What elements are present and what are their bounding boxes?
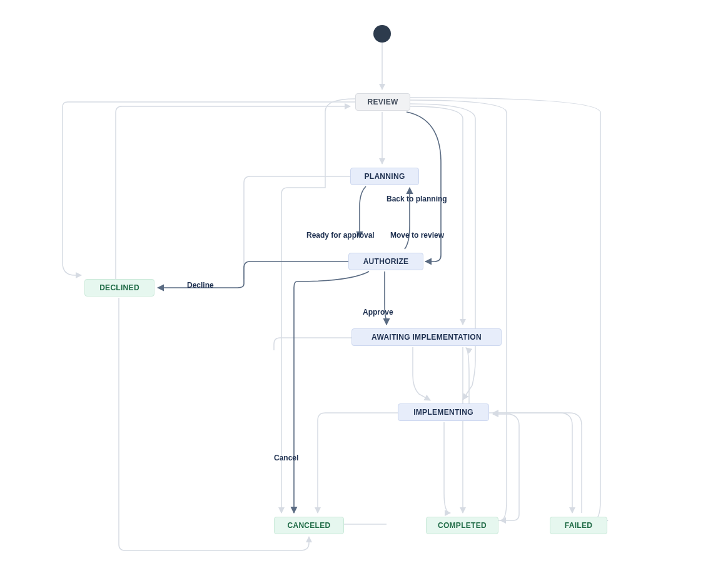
state-label: FAILED — [565, 521, 592, 530]
edge-decline — [158, 261, 348, 288]
label-approve: Approve — [363, 308, 393, 317]
state-label: PLANNING — [364, 172, 405, 181]
state-label: AUTHORIZE — [363, 257, 409, 266]
state-authorize: AUTHORIZE — [348, 253, 423, 270]
state-planning: PLANNING — [350, 168, 419, 185]
start-node — [373, 25, 391, 43]
label-move-to-review: Move to review — [390, 231, 444, 240]
state-label: CANCELED — [287, 521, 330, 530]
edge-ready-for-approval — [360, 186, 366, 238]
state-label: REVIEW — [367, 98, 398, 106]
state-awaiting: AWAITING IMPLEMENTATION — [351, 328, 502, 346]
edge-cancel — [294, 271, 369, 513]
state-completed: COMPLETED — [426, 517, 498, 534]
edge-approve — [385, 271, 387, 325]
label-back-to-planning: Back to planning — [387, 195, 447, 203]
state-declined: DECLINED — [84, 279, 154, 297]
state-review: REVIEW — [355, 93, 410, 111]
state-canceled: CANCELED — [274, 517, 344, 534]
state-implementing: IMPLEMENTING — [398, 403, 489, 421]
label-cancel: Cancel — [274, 454, 298, 462]
state-label: AWAITING IMPLEMENTATION — [372, 333, 482, 342]
state-label: COMPLETED — [438, 521, 487, 530]
state-failed: FAILED — [550, 517, 607, 534]
label-ready-for-approval: Ready for approval — [306, 231, 375, 240]
workflow-diagram: { "diagram_type": "state_transition", "s… — [0, 0, 728, 573]
state-label: DECLINED — [99, 283, 139, 292]
state-label: IMPLEMENTING — [413, 408, 473, 417]
label-decline: Decline — [187, 281, 214, 290]
